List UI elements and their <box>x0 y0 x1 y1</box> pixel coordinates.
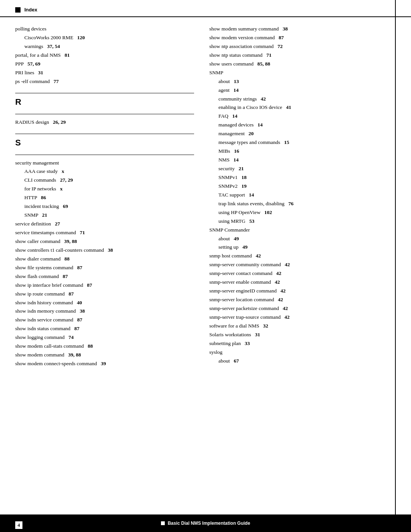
index-page-num: 87 <box>77 317 83 323</box>
list-item: show modem connect-speeds command 39 <box>15 359 194 368</box>
footer-inner: Basic Dial NMS Implementation Guide 4 <box>15 521 396 526</box>
index-page-num: 76 <box>288 201 294 206</box>
index-page-num: 31 <box>255 332 260 337</box>
index-main-term: show ip route command 87 <box>15 290 194 299</box>
list-item: snmp-server engineID command 42 <box>209 287 396 296</box>
list-item: show isdn status command 87 <box>15 324 194 333</box>
list-item: show isdn history command 40 <box>15 299 194 307</box>
index-main-term: snmp-server enable command 42 <box>209 278 396 287</box>
index-page-num: 21 <box>42 212 47 218</box>
list-item: ps -elf command 77 <box>15 77 194 86</box>
list-item: Solaris workstations 31 <box>209 331 396 339</box>
index-page-num: 87 <box>279 35 284 40</box>
list-item: show modem version command 87 <box>209 34 396 42</box>
index-sub-term: managed devices 14 <box>209 121 396 129</box>
section-divider <box>15 93 194 93</box>
index-main-term: snmp-server location command 42 <box>209 296 396 304</box>
index-sub-term: CiscoWorks 2000 RME 120 <box>15 34 194 42</box>
index-page-num: 87 <box>68 291 74 297</box>
index-sub-term: SNMPv1 18 <box>209 173 396 182</box>
right-column: show modem summary command 38 show modem… <box>206 25 396 368</box>
index-page-num: 81 <box>65 52 70 58</box>
index-main-term: show modem call-stats command 88 <box>15 342 194 351</box>
list-item: show caller command 39, 88 <box>15 237 194 246</box>
index-page-num: 14 <box>232 113 237 119</box>
index-sub-term: security 21 <box>209 165 396 173</box>
index-page-num: 42 <box>275 279 280 285</box>
index-sub-term: NMS 14 <box>209 156 396 165</box>
index-page-num: 40 <box>77 300 82 305</box>
list-item: software for a dial NMS 32 <box>209 322 396 331</box>
index-main-term: show modem summary command 38 <box>209 25 396 34</box>
list-item: snmp-server packetsize command 42 <box>209 304 396 313</box>
index-page-num: 102 <box>264 209 272 215</box>
content-area: polling devices CiscoWorks 2000 RME 120 … <box>0 17 411 391</box>
index-sub-term: trap link status events, disabling 76 <box>209 200 396 208</box>
index-page-num: 41 <box>286 104 292 110</box>
index-page-num: 20 <box>249 131 254 136</box>
index-main-term: snmp-server contact command 42 <box>209 269 396 278</box>
index-main-term: SNMP Commander <box>209 226 396 235</box>
list-item: show dialer command 88 <box>15 255 194 264</box>
index-main-term: show dialer command 88 <box>15 255 194 264</box>
list-item: show ip route command 87 <box>15 290 194 299</box>
index-page-num: 42 <box>276 270 282 276</box>
section-letter-r: R <box>15 97 194 107</box>
top-border-line <box>395 0 396 21</box>
index-sub-term: community strings 42 <box>209 95 396 104</box>
index-sub-term: AAA case study x <box>15 167 194 176</box>
list-item: PRI lines 31 <box>15 69 194 77</box>
list-item: polling devices CiscoWorks 2000 RME 120 … <box>15 25 194 51</box>
page-footer: Basic Dial NMS Implementation Guide 4 <box>0 514 411 532</box>
index-sub-term: for IP networks x <box>15 185 194 193</box>
index-sub-term: SNMPv2 19 <box>209 182 396 191</box>
index-page-num: 72 <box>277 43 283 49</box>
index-page-num: 16 <box>234 148 239 154</box>
list-item: service definition 27 <box>15 220 194 228</box>
index-main-term: show ntp status command 71 <box>209 51 396 60</box>
index-main-term: PRI lines 31 <box>15 69 194 77</box>
index-main-term: snmp-server trap-source command 42 <box>209 313 396 322</box>
index-main-term: portal, for a dial NMS 81 <box>15 51 194 60</box>
index-page-num: 39, 88 <box>68 352 81 358</box>
list-item: show flash command 87 <box>15 272 194 281</box>
index-page-num: 42 <box>283 305 288 311</box>
index-sub-term: management 20 <box>209 129 396 138</box>
index-main-term: show isdn memory command 38 <box>15 307 194 316</box>
index-sub-term: warnings 37, 54 <box>15 42 194 51</box>
list-item: show controllers t1 call-counters comman… <box>15 246 194 255</box>
index-sub-term: incident tracking 69 <box>15 202 194 211</box>
list-item: show ntp association command 72 <box>209 42 396 51</box>
index-sub-term: FAQ 14 <box>209 112 396 121</box>
index-page-num: 39 <box>101 361 106 366</box>
index-page-num: 14 <box>249 192 254 198</box>
index-page-num: 85, 88 <box>257 61 270 67</box>
index-sub-term: message types and commands 15 <box>209 138 396 147</box>
index-sub-term: about 67 <box>209 357 396 366</box>
index-main-term: show file systems command 87 <box>15 264 194 272</box>
index-page-num: 86 <box>41 195 46 200</box>
index-page-num: 57, 69 <box>27 61 40 67</box>
index-main-term: show modem connect-speeds command 39 <box>15 359 194 368</box>
index-main-term: ps -elf command 77 <box>15 77 194 86</box>
index-main-term: show modem version command 87 <box>209 34 396 42</box>
list-item: show isdn service command 87 <box>15 316 194 324</box>
list-item: service timestamps command 71 <box>15 228 194 237</box>
index-page-num: 88 <box>88 343 93 349</box>
index-page-num: 32 <box>263 323 268 329</box>
index-sub-term: HTTP 86 <box>15 193 194 202</box>
index-main-term: show caller command 39, 88 <box>15 237 194 246</box>
index-page-num: 39, 88 <box>64 238 77 244</box>
index-main-term: Solaris workstations 31 <box>209 331 396 339</box>
index-main-term: snmp host command 42 <box>209 252 396 260</box>
index-page-num: 26, 29 <box>53 119 66 125</box>
index-page-num: 87 <box>63 273 68 279</box>
section-divider <box>15 114 194 114</box>
index-page-num: 19 <box>241 183 247 189</box>
page-header: Index <box>0 0 411 17</box>
index-page-num: 13 <box>234 78 239 84</box>
index-page-num: 18 <box>241 174 247 180</box>
left-column: polling devices CiscoWorks 2000 RME 120 … <box>15 25 206 368</box>
index-main-term: show ip interface brief command 87 <box>15 281 194 290</box>
list-item: snmp-server location command 42 <box>209 296 396 304</box>
